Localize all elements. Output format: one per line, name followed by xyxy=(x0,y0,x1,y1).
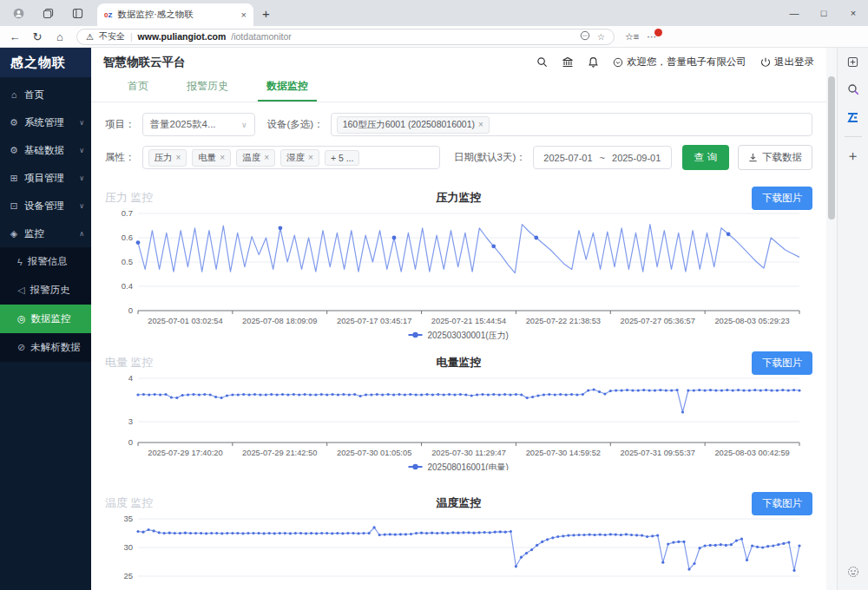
bell-icon[interactable] xyxy=(588,56,599,68)
welcome-user[interactable]: 欢迎您，普量电子有限公司 xyxy=(613,56,746,69)
sidebar-item-data-monitor[interactable]: ◎ 数据监控 xyxy=(0,305,91,333)
not-secure-icon: ⚠ xyxy=(86,32,94,42)
attr-tag-label: 压力 xyxy=(155,152,173,164)
browser-menu-icon[interactable]: ⋯ xyxy=(647,31,656,43)
new-tab-button[interactable]: + xyxy=(262,6,270,21)
bookmark-star-icon[interactable]: ☆ xyxy=(597,32,605,42)
chevron-down-icon: ∨ xyxy=(79,174,84,182)
workspaces-icon[interactable] xyxy=(36,3,59,23)
device-multiselect[interactable]: 160型压力6001 (202508016001) × xyxy=(331,113,812,136)
attr-more-tag[interactable]: + 5 ... xyxy=(325,150,360,166)
attribute-multiselect[interactable]: 压力× 电量× 温度× 湿度× + 5 ... xyxy=(142,146,440,169)
project-value: 普量2025款4... xyxy=(150,118,216,131)
sidebar-item-label: 报警历史 xyxy=(30,284,69,297)
browser-essentials-icon[interactable] xyxy=(847,566,859,581)
sidebar-item-alarm-history[interactable]: ◁ 报警历史 xyxy=(0,276,91,305)
search-sidebar-icon[interactable] xyxy=(845,81,862,98)
address-bar[interactable]: ⚠ 不安全 | www.puliangiot.com/iotdatamonito… xyxy=(76,29,615,45)
refresh-button[interactable]: ↻ xyxy=(28,28,47,45)
svg-text:0.7: 0.7 xyxy=(122,208,133,218)
device-tag[interactable]: 160型压力6001 (202508016001) × xyxy=(337,116,490,134)
tab-alarm-history[interactable]: 报警历史 xyxy=(171,79,244,102)
svg-text:35: 35 xyxy=(123,514,133,523)
svg-text:0.5: 0.5 xyxy=(122,257,133,266)
edge-tool-icon[interactable] xyxy=(845,108,862,126)
sidebar-item-device[interactable]: ⊡ 设备管理 ∨ xyxy=(0,192,91,220)
svg-text:2025-07-01 03:02:54: 2025-07-01 03:02:54 xyxy=(148,317,222,325)
download-data-button[interactable]: 下载数据 xyxy=(738,145,812,170)
device-tag-label: 160型压力6001 (202508016001) xyxy=(343,119,475,131)
pressure-chart-title: 压力监控 xyxy=(105,190,812,206)
speaker-icon: ◁ xyxy=(17,285,24,296)
remove-tag-icon[interactable]: × xyxy=(478,120,483,129)
remove-tag-icon[interactable]: × xyxy=(176,153,181,162)
home-icon: ⌂ xyxy=(9,89,19,100)
sidebar-item-label: 监控 xyxy=(24,227,44,240)
sidebar-item-alarm-info[interactable]: ϟ 报警信息 xyxy=(0,247,91,276)
add-panel-icon[interactable]: ＋ xyxy=(845,148,862,165)
temperature-chart-card: 温度 监控 温度监控 下载图片 35302520 xyxy=(91,493,826,590)
gear-icon: ⚙ xyxy=(9,117,19,128)
address-divider: | xyxy=(130,32,133,42)
query-button[interactable]: 查 询 xyxy=(682,145,729,170)
remove-tag-icon[interactable]: × xyxy=(308,153,313,162)
sidebar-item-project[interactable]: ⊞ 项目管理 ∨ xyxy=(0,164,91,192)
download-image-button[interactable]: 下载图片 xyxy=(752,492,812,515)
organization-icon[interactable] xyxy=(562,56,574,68)
filter-panel: 项目： 普量2025款4... ∨ 设备(多选)： 160型压力6001 (20… xyxy=(91,102,826,186)
scrollbar-thumb[interactable] xyxy=(828,76,835,220)
profile-icon[interactable] xyxy=(7,3,30,23)
maximize-button[interactable]: □ xyxy=(809,0,838,26)
svg-text:0: 0 xyxy=(128,305,133,315)
attr-tag[interactable]: 湿度× xyxy=(280,149,319,167)
project-label: 项目： xyxy=(105,118,135,131)
close-button[interactable]: × xyxy=(838,0,868,26)
attr-tag[interactable]: 电量× xyxy=(192,149,231,167)
project-select[interactable]: 普量2025款4... ∨ xyxy=(142,113,255,136)
back-button[interactable]: ← xyxy=(5,28,24,45)
minimize-button[interactable]: — xyxy=(779,0,809,26)
search-icon[interactable] xyxy=(536,56,548,68)
svg-text:0.6: 0.6 xyxy=(122,233,133,242)
logout-button[interactable]: 退出登录 xyxy=(760,56,814,69)
svg-text:4: 4 xyxy=(128,373,133,383)
date-range-picker[interactable]: 2025-07-01 ~ 2025-09-01 xyxy=(533,146,672,169)
download-image-button[interactable]: 下载图片 xyxy=(752,351,812,375)
favorites-icon[interactable]: ☆≡ xyxy=(625,31,639,43)
sidebar-item-monitor[interactable]: ◈ 监控 ∧ xyxy=(0,220,91,247)
sidebar-item-label: 首页 xyxy=(24,88,44,102)
chevron-down-icon: ∨ xyxy=(79,119,84,127)
check-circle-icon: ◎ xyxy=(17,313,26,324)
attr-tag-label: 电量 xyxy=(198,152,216,164)
reader-icon[interactable] xyxy=(580,30,590,43)
remove-tag-icon[interactable]: × xyxy=(220,153,225,162)
sidebar-item-label: 项目管理 xyxy=(24,172,64,185)
tab-close-icon[interactable]: × xyxy=(241,10,247,20)
attr-tag-label: 温度 xyxy=(242,152,260,164)
browser-tab[interactable]: 0Z 数据监控·感之物联 × xyxy=(97,3,253,26)
attr-tag[interactable]: 温度× xyxy=(236,149,275,167)
home-button[interactable]: ⌂ xyxy=(50,28,69,45)
sidebar-item-system[interactable]: ⚙ 系统管理 ∨ xyxy=(0,108,91,136)
tab-actions-icon[interactable] xyxy=(66,3,89,23)
page-scrollbar[interactable] xyxy=(826,48,837,590)
content-tabs: 首页 报警历史 数据监控 xyxy=(91,76,826,102)
svg-text:2025-07-30 14:59:52: 2025-07-30 14:59:52 xyxy=(526,449,601,457)
download-image-button[interactable]: 下载图片 xyxy=(752,187,812,210)
tab-data-monitor[interactable]: 数据监控 xyxy=(251,79,324,102)
svg-text:0: 0 xyxy=(128,437,133,447)
battery-chart-card: 电量 监控 电量监控 下载图片 4302025-07-29 17:40:2020… xyxy=(91,352,826,470)
platform-title: 智慧物联云平台 xyxy=(103,55,186,70)
remove-tag-icon[interactable]: × xyxy=(264,153,269,162)
tab-home[interactable]: 首页 xyxy=(112,79,164,102)
sidebar-item-home[interactable]: ⌂ 首页 xyxy=(0,81,91,108)
sidebar-item-basedata[interactable]: ⚙ 基础数据 ∨ xyxy=(0,136,91,164)
svg-text:2025-08-03 05:29:23: 2025-08-03 05:29:23 xyxy=(714,317,789,325)
svg-text:2025-08-03 00:42:59: 2025-08-03 00:42:59 xyxy=(714,449,789,457)
sidebar-item-unparsed-data[interactable]: ⊘ 未解析数据 xyxy=(0,333,91,362)
date-separator: ~ xyxy=(600,153,605,163)
split-screen-icon[interactable] xyxy=(845,53,862,70)
svg-text:25: 25 xyxy=(123,571,133,580)
svg-text:2025-07-21 15:44:54: 2025-07-21 15:44:54 xyxy=(431,317,506,325)
attr-tag[interactable]: 压力× xyxy=(148,149,187,167)
